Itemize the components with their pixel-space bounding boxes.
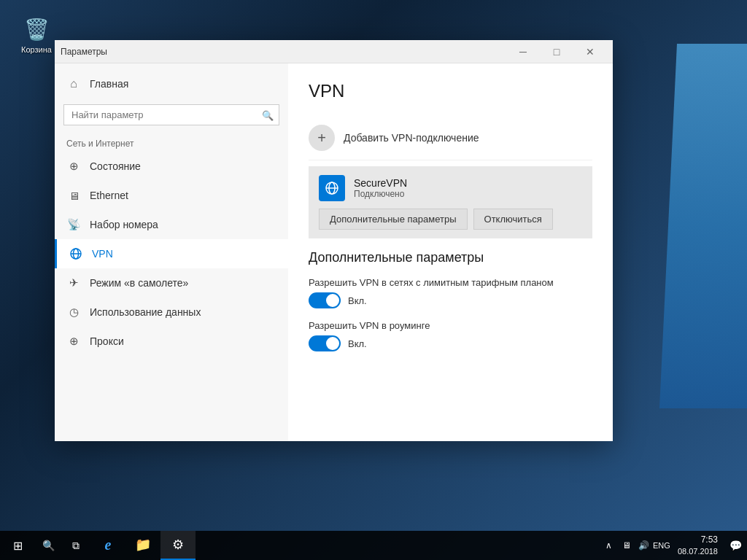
- taskbar-tray: ∧ 🖥 🔊 ENG: [602, 538, 678, 553]
- toggle-metered-inner: Вкл.: [309, 292, 592, 308]
- taskbar-pinned-apps: e 📁 ⚙: [90, 531, 602, 560]
- airplane-label: Режим «в самолете»: [90, 277, 188, 289]
- taskbar-explorer-app[interactable]: 📁: [125, 531, 160, 560]
- toggle-roaming-track: [309, 335, 341, 351]
- dial-icon: 📡: [66, 217, 81, 232]
- title-bar-buttons: ─ □ ✕: [506, 40, 607, 63]
- window-body: ⌂ Главная 🔍 Сеть и Интернет ⊕ Состояние …: [55, 63, 613, 441]
- tray-chevron-icon[interactable]: ∧: [602, 538, 616, 553]
- status-icon: ⊕: [66, 159, 81, 174]
- vpn-buttons: Дополнительные параметры Отключиться: [319, 209, 582, 230]
- sidebar-item-airplane[interactable]: ✈ Режим «в самолете»: [55, 268, 288, 298]
- vpn-entry: SecureVPN Подключено Дополнительные пара…: [309, 166, 592, 238]
- taskbar: ⊞ 🔍 ⧉ e 📁 ⚙ ∧ 🖥 🔊 ENG 7:53 08.07.2018 💬: [0, 531, 747, 560]
- window-title: Параметры: [61, 47, 506, 57]
- datausage-icon: ◷: [66, 305, 81, 319]
- taskbar-search-button[interactable]: 🔍: [35, 531, 61, 560]
- vpn-nav-label: VPN: [92, 248, 113, 260]
- home-button[interactable]: ⌂ Главная: [55, 69, 288, 98]
- ethernet-label: Ethernet: [90, 190, 128, 201]
- tray-lang-label[interactable]: ENG: [654, 538, 669, 553]
- vpn-entry-header: SecureVPN Подключено: [319, 175, 582, 201]
- search-icon: 🔍: [262, 109, 274, 120]
- toggle-roaming-value: Вкл.: [348, 338, 367, 349]
- recycle-bin-image: 🗑️: [22, 15, 51, 44]
- toggle-metered-value: Вкл.: [348, 295, 367, 306]
- sidebar: ⌂ Главная 🔍 Сеть и Интернет ⊕ Состояние …: [55, 63, 288, 441]
- page-title: VPN: [309, 81, 592, 101]
- vpn-settings-button[interactable]: Дополнительные параметры: [319, 209, 468, 230]
- home-label: Главная: [90, 78, 128, 90]
- toggle-metered-switch[interactable]: [309, 292, 341, 308]
- toggle-metered-track: [309, 292, 341, 308]
- maximize-button[interactable]: □: [540, 40, 573, 63]
- toggle-roaming-inner: Вкл.: [309, 335, 592, 351]
- task-view-button[interactable]: ⧉: [61, 531, 90, 560]
- close-button[interactable]: ✕: [573, 40, 607, 63]
- sidebar-item-ethernet[interactable]: 🖥 Ethernet: [55, 181, 288, 210]
- toggle-metered: Разрешить VPN в сетях с лимитным тарифны…: [309, 277, 592, 308]
- taskbar-clock[interactable]: 7:53 08.07.2018: [678, 534, 724, 556]
- tray-volume-icon[interactable]: 🔊: [637, 538, 651, 553]
- vpn-icon-box: [319, 175, 345, 201]
- dial-label: Набор номера: [90, 219, 158, 230]
- vpn-info: SecureVPN Подключено: [354, 177, 582, 199]
- recycle-bin-label: Корзина: [21, 45, 52, 54]
- sidebar-item-proxy[interactable]: ⊕ Прокси: [55, 327, 288, 356]
- settings-window: Параметры ─ □ ✕ ⌂ Главная 🔍: [55, 40, 613, 441]
- sidebar-item-dial[interactable]: 📡 Набор номера: [55, 210, 288, 239]
- section-label: Сеть и Интернет: [55, 131, 288, 152]
- taskbar-notification-button[interactable]: 💬: [724, 531, 747, 560]
- additional-settings-title: Дополнительные параметры: [309, 250, 592, 265]
- vpn-nav-icon: [69, 246, 83, 261]
- vpn-disconnect-button[interactable]: Отключиться: [473, 209, 553, 230]
- start-button[interactable]: ⊞: [0, 531, 35, 560]
- sidebar-item-datausage[interactable]: ◷ Использование данных: [55, 298, 288, 327]
- sidebar-item-status[interactable]: ⊕ Состояние: [55, 152, 288, 181]
- sidebar-item-vpn[interactable]: VPN: [55, 239, 288, 268]
- add-vpn-label: Добавить VPN-подключение: [344, 132, 479, 144]
- tray-network-icon[interactable]: 🖥: [619, 538, 634, 553]
- clock-date: 08.07.2018: [678, 546, 718, 556]
- toggle-metered-thumb: [326, 294, 339, 307]
- home-icon: ⌂: [66, 77, 81, 91]
- recycle-bin-icon[interactable]: 🗑️ Корзина: [15, 15, 58, 54]
- add-vpn-button[interactable]: + Добавить VPN-подключение: [309, 116, 592, 160]
- proxy-icon: ⊕: [66, 334, 81, 349]
- taskbar-settings-app[interactable]: ⚙: [160, 531, 196, 560]
- toggle-roaming-switch[interactable]: [309, 335, 341, 351]
- title-bar: Параметры ─ □ ✕: [55, 40, 613, 63]
- toggle-roaming: Разрешить VPN в роуминге Вкл.: [309, 320, 592, 351]
- vpn-name: SecureVPN: [354, 177, 582, 189]
- toggle-roaming-label: Разрешить VPN в роуминге: [309, 320, 592, 331]
- toggle-metered-label: Разрешить VPN в сетях с лимитным тарифны…: [309, 277, 592, 288]
- desktop-decoration: [659, 44, 747, 408]
- vpn-status: Подключено: [354, 189, 582, 199]
- toggle-roaming-thumb: [326, 337, 339, 350]
- main-content: VPN + Добавить VPN-подключение: [288, 63, 613, 441]
- clock-time: 7:53: [678, 534, 718, 546]
- add-icon: +: [309, 125, 335, 151]
- datausage-label: Использование данных: [90, 306, 201, 318]
- airplane-icon: ✈: [66, 276, 81, 290]
- taskbar-edge-app[interactable]: e: [90, 531, 125, 560]
- search-box: 🔍: [63, 104, 279, 125]
- ethernet-icon: 🖥: [66, 188, 81, 203]
- proxy-label: Прокси: [90, 335, 124, 347]
- desktop: 🗑️ Корзина Параметры ─ □ ✕ ⌂ Главная: [0, 0, 747, 560]
- status-label: Состояние: [90, 160, 141, 172]
- search-input[interactable]: [63, 104, 279, 125]
- minimize-button[interactable]: ─: [506, 40, 540, 63]
